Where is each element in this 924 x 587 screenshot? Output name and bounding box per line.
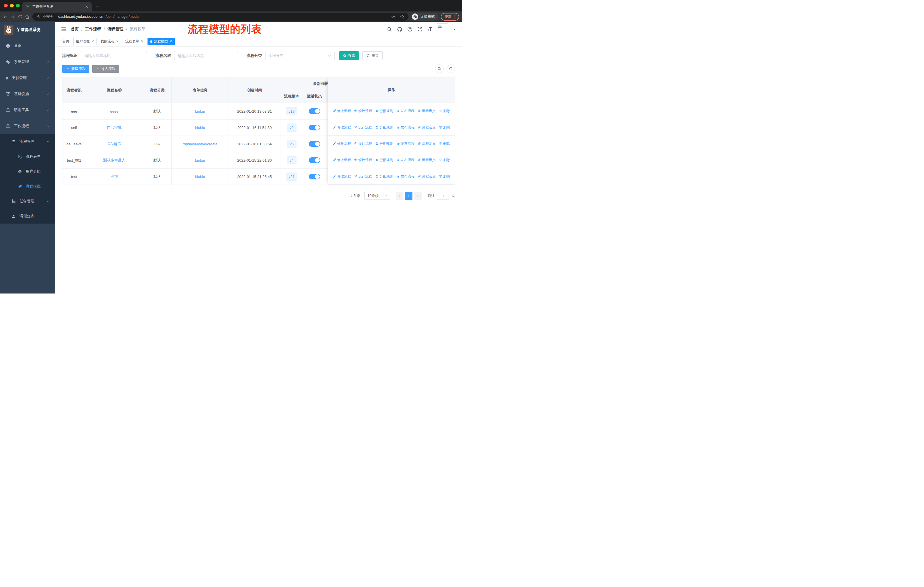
sidebar-item-devtools[interactable]: 研发工具 xyxy=(0,102,55,118)
form-info-link[interactable]: /bpm/oa/leave/create xyxy=(183,142,218,146)
home-icon[interactable] xyxy=(25,14,30,19)
sidebar-item-payment[interactable]: ¥ 支付管理 xyxy=(0,70,55,86)
breadcrumb-workflow[interactable]: 工作流程 xyxy=(85,26,101,32)
delete-link[interactable]: 删除 xyxy=(439,174,450,179)
assign-rule-link[interactable]: 分配规则 xyxy=(375,109,393,114)
process-definition-link[interactable]: 流程定义 xyxy=(417,174,436,179)
sidebar-item-task-mgmt[interactable]: 任务管理 xyxy=(0,194,55,209)
process-name-link[interactable]: eeee xyxy=(110,109,119,114)
create-process-button[interactable]: ＋ 新建流程 xyxy=(62,65,89,73)
assign-rule-link[interactable]: 分配规则 xyxy=(375,141,393,146)
publish-process-link[interactable]: 发布流程 xyxy=(396,174,414,179)
forward-icon[interactable] xyxy=(10,14,15,19)
active-toggle[interactable] xyxy=(309,125,320,131)
search-icon[interactable] xyxy=(387,26,392,32)
search-button[interactable]: 搜索 xyxy=(339,51,359,60)
delete-link[interactable]: 删除 xyxy=(439,109,450,114)
sidebar-item-process-form[interactable]: 流程表单 xyxy=(0,149,55,164)
avatar-caret-icon[interactable] xyxy=(453,28,456,31)
design-process-link[interactable]: 设计流程 xyxy=(354,109,372,114)
github-icon[interactable] xyxy=(397,26,403,32)
breadcrumb-process-mgmt[interactable]: 流程管理 xyxy=(107,26,124,32)
next-page-button[interactable] xyxy=(414,192,422,200)
form-info-link[interactable]: biubiu xyxy=(195,109,205,114)
maximize-window-button[interactable] xyxy=(16,4,20,7)
prev-page-button[interactable] xyxy=(396,192,403,200)
delete-link[interactable]: 删除 xyxy=(439,141,450,146)
delete-link[interactable]: 删除 xyxy=(439,158,450,162)
sidebar-item-infra[interactable]: 基础设施 xyxy=(0,86,55,102)
sidebar-item-system[interactable]: 系统管理 xyxy=(0,54,55,70)
minimize-window-button[interactable] xyxy=(10,4,14,7)
sidebar-item-user-group[interactable]: 用户分组 xyxy=(0,164,55,179)
active-toggle[interactable] xyxy=(309,174,320,179)
sidebar-item-leave-query[interactable]: 请假查询 xyxy=(0,209,55,223)
browser-menu-icon[interactable] xyxy=(455,15,455,19)
sidebar-item-workflow[interactable]: 工作流程 xyxy=(0,118,55,134)
close-window-button[interactable] xyxy=(4,4,8,7)
tab-close-icon[interactable]: ✕ xyxy=(85,5,88,9)
tab-process-form[interactable]: 流程表单✕ xyxy=(122,38,146,45)
form-info-link[interactable]: biubiu xyxy=(195,126,205,130)
assign-rule-link[interactable]: 分配规则 xyxy=(375,158,393,162)
assign-rule-link[interactable]: 分配规则 xyxy=(375,125,393,130)
breadcrumb-home[interactable]: 首页 xyxy=(71,26,79,32)
edit-process-link[interactable]: 修改流程 xyxy=(333,109,351,114)
import-process-button[interactable]: 导入流程 xyxy=(92,65,119,73)
edit-process-link[interactable]: 修改流程 xyxy=(333,174,351,179)
edit-process-link[interactable]: 修改流程 xyxy=(333,158,351,162)
process-definition-link[interactable]: 流程定义 xyxy=(417,109,436,114)
sidebar-fold-icon[interactable] xyxy=(61,26,66,32)
active-toggle[interactable] xyxy=(309,141,320,147)
new-tab-button[interactable]: + xyxy=(96,3,100,9)
design-process-link[interactable]: 设计流程 xyxy=(354,158,372,162)
goto-page-input[interactable] xyxy=(437,192,449,200)
delete-link[interactable]: 删除 xyxy=(439,125,450,130)
process-definition-link[interactable]: 流程定义 xyxy=(417,141,436,146)
show-search-button[interactable] xyxy=(435,64,444,73)
browser-tab[interactable]: 芋道管理系统 ✕ xyxy=(22,2,92,12)
tab-home[interactable]: 首页 xyxy=(60,38,72,45)
tab-close-icon[interactable]: ✕ xyxy=(140,40,143,43)
active-toggle[interactable] xyxy=(309,108,320,114)
edit-process-link[interactable]: 修改流程 xyxy=(333,125,351,130)
page-size-select[interactable]: 10条/页 xyxy=(364,192,390,200)
tab-close-icon[interactable]: ✕ xyxy=(116,40,119,43)
process-name-link[interactable]: OA 请假 xyxy=(107,141,121,147)
app-logo[interactable]: 芋道管理系统 xyxy=(0,22,55,38)
form-info-link[interactable]: biubiu xyxy=(195,175,205,179)
fullscreen-icon[interactable] xyxy=(417,26,422,32)
help-icon[interactable] xyxy=(407,26,412,32)
avatar[interactable] xyxy=(437,23,448,35)
process-id-input[interactable] xyxy=(81,51,147,60)
form-info-link[interactable]: biubiu xyxy=(195,158,205,162)
process-name-link[interactable]: 自己审批 xyxy=(107,125,122,130)
design-process-link[interactable]: 设计流程 xyxy=(354,125,372,130)
process-definition-link[interactable]: 流程定义 xyxy=(417,158,436,162)
browser-update-button[interactable]: 更新 xyxy=(441,13,459,21)
process-definition-link[interactable]: 流程定义 xyxy=(417,125,436,130)
design-process-link[interactable]: 设计流程 xyxy=(354,141,372,146)
back-icon[interactable] xyxy=(3,14,8,19)
tab-process-model[interactable]: 流程模型✕ xyxy=(147,38,175,45)
publish-process-link[interactable]: 发布流程 xyxy=(396,141,414,146)
assign-rule-link[interactable]: 分配规则 xyxy=(375,174,393,179)
font-size-icon[interactable]: TT xyxy=(427,26,432,32)
sidebar-item-home[interactable]: 首页 xyxy=(0,38,55,54)
process-name-link[interactable]: 滔博 xyxy=(111,174,118,179)
process-name-link[interactable]: 测试多审批人 xyxy=(103,158,125,163)
publish-process-link[interactable]: 发布流程 xyxy=(396,109,414,114)
tab-close-icon[interactable]: ✕ xyxy=(170,40,172,43)
publish-process-link[interactable]: 发布流程 xyxy=(396,158,414,162)
reset-button[interactable]: 重置 xyxy=(362,51,383,60)
refresh-table-button[interactable] xyxy=(447,64,455,73)
sidebar-item-process-model[interactable]: 流程模型 xyxy=(0,179,55,194)
tab-tenant[interactable]: 租户管理✕ xyxy=(73,38,97,45)
url-bar[interactable]: 不安全 dashboard.yudao.iocoder.cn/bpm/manag… xyxy=(32,13,408,21)
process-category-select[interactable]: 流程分类 xyxy=(265,51,335,60)
active-toggle[interactable] xyxy=(309,157,320,163)
design-process-link[interactable]: 设计流程 xyxy=(354,174,372,179)
sidebar-item-process-mgmt[interactable]: 流程管理 xyxy=(0,134,55,149)
reload-icon[interactable] xyxy=(18,14,22,19)
bookmark-star-icon[interactable] xyxy=(400,14,404,19)
